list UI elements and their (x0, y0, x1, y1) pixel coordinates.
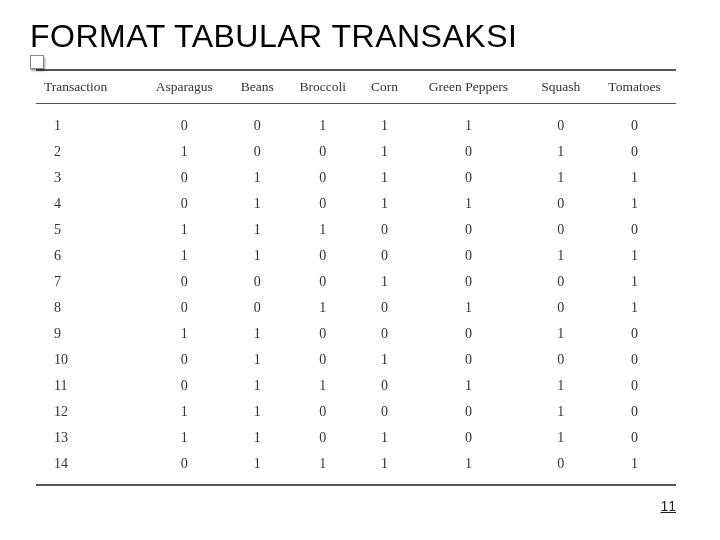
table-cell: 0 (528, 295, 593, 321)
table-cell: 12 (36, 399, 140, 425)
table-cell: 0 (593, 321, 676, 347)
table-cell: 0 (285, 425, 360, 451)
table-cell: 1 (360, 269, 408, 295)
table-cell: 1 (408, 373, 528, 399)
table-cell: 0 (593, 399, 676, 425)
table-cell: 11 (36, 373, 140, 399)
table-cell: 0 (593, 373, 676, 399)
table-cell: 1 (593, 269, 676, 295)
table-cell: 1 (528, 165, 593, 191)
table-cell: 0 (360, 373, 408, 399)
table-cell: 13 (36, 425, 140, 451)
table-cell: 1 (229, 321, 285, 347)
table-row: 80010101 (36, 295, 676, 321)
table-cell: 6 (36, 243, 140, 269)
table-row: 10011100 (36, 104, 676, 140)
table-cell: 1 (229, 399, 285, 425)
table-cell: 1 (229, 243, 285, 269)
table-cell: 1 (229, 451, 285, 485)
table-row: 40101101 (36, 191, 676, 217)
table-cell: 0 (528, 191, 593, 217)
table-cell: 1 (140, 321, 229, 347)
table-cell: 0 (140, 191, 229, 217)
table-cell: 0 (593, 425, 676, 451)
table-cell: 1 (408, 191, 528, 217)
table-cell: 1 (229, 191, 285, 217)
table-cell: 0 (360, 399, 408, 425)
table-cell: 1 (229, 165, 285, 191)
table-cell: 1 (360, 104, 408, 140)
table-cell: 0 (229, 295, 285, 321)
table-cell: 1 (285, 373, 360, 399)
table-cell: 0 (408, 217, 528, 243)
table-header-cell: Broccoli (285, 70, 360, 104)
table-cell: 0 (285, 243, 360, 269)
table-cell: 1 (593, 295, 676, 321)
table-cell: 14 (36, 451, 140, 485)
table-row: 110110110 (36, 373, 676, 399)
table-cell: 1 (229, 217, 285, 243)
table-cell: 1 (593, 451, 676, 485)
table-cell: 0 (528, 104, 593, 140)
table-cell: 1 (36, 104, 140, 140)
table-cell: 1 (140, 139, 229, 165)
table-header-cell: Tomatoes (593, 70, 676, 104)
table-row: 140111101 (36, 451, 676, 485)
table-cell: 0 (408, 139, 528, 165)
table-cell: 1 (360, 425, 408, 451)
table-cell: 9 (36, 321, 140, 347)
page-number: 11 (660, 498, 676, 514)
table-cell: 1 (285, 217, 360, 243)
table-cell: 1 (229, 347, 285, 373)
table-cell: 0 (360, 217, 408, 243)
table-cell: 0 (593, 347, 676, 373)
table-cell: 2 (36, 139, 140, 165)
table-cell: 0 (360, 243, 408, 269)
table-cell: 1 (229, 373, 285, 399)
table-cell: 1 (528, 321, 593, 347)
table-cell: 1 (140, 399, 229, 425)
transaction-table: TransactionAsparagusBeansBroccoliCornGre… (36, 69, 676, 486)
table-cell: 0 (140, 347, 229, 373)
table-cell: 1 (528, 399, 593, 425)
table-cell: 0 (360, 295, 408, 321)
table-cell: 1 (528, 139, 593, 165)
table-header-cell: Beans (229, 70, 285, 104)
table-cell: 0 (528, 269, 593, 295)
table-cell: 1 (360, 165, 408, 191)
page-title: FORMAT TABULAR TRANSAKSI (30, 18, 690, 55)
table-header-cell: Asparagus (140, 70, 229, 104)
table-cell: 0 (285, 347, 360, 373)
table-row: 100101000 (36, 347, 676, 373)
table-cell: 0 (229, 269, 285, 295)
table-row: 70001001 (36, 269, 676, 295)
table-cell: 0 (285, 165, 360, 191)
table-cell: 1 (360, 191, 408, 217)
table-cell: 0 (229, 104, 285, 140)
table-header-cell: Corn (360, 70, 408, 104)
table-cell: 1 (360, 347, 408, 373)
table-row: 61100011 (36, 243, 676, 269)
table-row: 121100010 (36, 399, 676, 425)
table-cell: 0 (593, 139, 676, 165)
table-cell: 0 (140, 451, 229, 485)
table-cell: 0 (140, 269, 229, 295)
table-row: 131101010 (36, 425, 676, 451)
table-body: 1001110021001010301010114010110151110000… (36, 104, 676, 486)
table-cell: 1 (528, 243, 593, 269)
table-cell: 0 (285, 191, 360, 217)
table-cell: 0 (408, 243, 528, 269)
table-row: 21001010 (36, 139, 676, 165)
table-cell: 4 (36, 191, 140, 217)
table-cell: 1 (360, 139, 408, 165)
table-cell: 1 (360, 451, 408, 485)
table-cell: 0 (528, 347, 593, 373)
table-header-row: TransactionAsparagusBeansBroccoliCornGre… (36, 70, 676, 104)
table-cell: 1 (593, 243, 676, 269)
table-cell: 1 (285, 295, 360, 321)
table-cell: 0 (408, 269, 528, 295)
table-cell: 0 (593, 104, 676, 140)
table-cell: 1 (140, 243, 229, 269)
table-cell: 0 (528, 451, 593, 485)
table-cell: 0 (140, 165, 229, 191)
